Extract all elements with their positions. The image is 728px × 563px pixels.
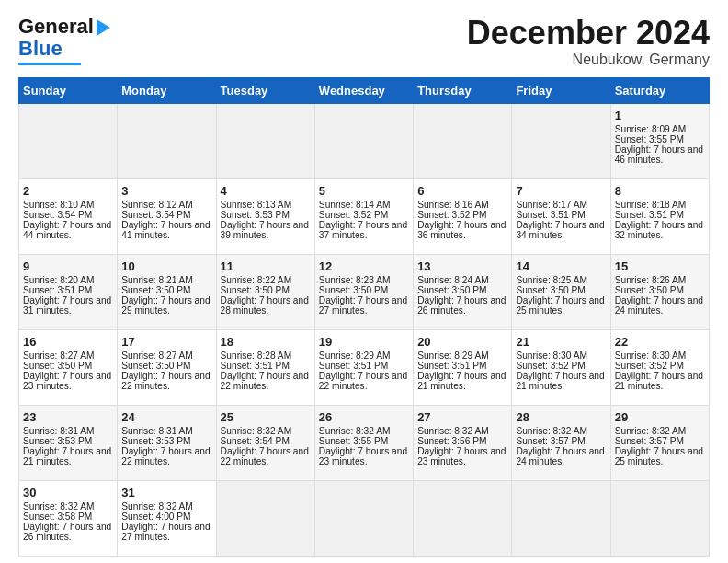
header-friday: Friday	[512, 77, 610, 103]
calendar-cell: 10Sunrise: 8:21 AMSunset: 3:50 PMDayligh…	[118, 254, 216, 329]
day-number: 6	[417, 184, 507, 198]
calendar-cell: 1Sunrise: 8:09 AMSunset: 3:55 PMDaylight…	[610, 103, 709, 178]
calendar-cell: 31Sunrise: 8:32 AMSunset: 4:00 PMDayligh…	[118, 480, 216, 556]
daylight-label: Daylight: 7 hours and 23 minutes.	[23, 371, 111, 391]
sunset-label: Sunset: 3:54 PM	[23, 210, 92, 220]
sunrise-label: Sunrise: 8:29 AM	[319, 350, 391, 361]
daylight-label: Daylight: 7 hours and 21 minutes.	[516, 371, 604, 391]
sunset-label: Sunset: 3:51 PM	[319, 361, 388, 371]
logo-underline	[18, 63, 81, 65]
sunset-label: Sunset: 3:50 PM	[23, 361, 92, 371]
sunrise-label: Sunrise: 8:20 AM	[23, 275, 95, 285]
day-number: 20	[417, 335, 507, 349]
daylight-label: Daylight: 7 hours and 37 minutes.	[319, 220, 407, 240]
daylight-label: Daylight: 7 hours and 26 minutes.	[23, 522, 111, 542]
day-number: 17	[121, 335, 211, 349]
location: Neubukow, Germany	[467, 52, 710, 68]
header-monday: Monday	[118, 77, 216, 103]
calendar-cell: 22Sunrise: 8:30 AMSunset: 3:52 PMDayligh…	[610, 329, 709, 405]
day-number: 4	[221, 184, 311, 198]
calendar-cell: 8Sunrise: 8:18 AMSunset: 3:51 PMDaylight…	[610, 178, 709, 254]
calendar-cell: 7Sunrise: 8:17 AMSunset: 3:51 PMDaylight…	[512, 178, 610, 254]
calendar-week-3: 16Sunrise: 8:27 AMSunset: 3:50 PMDayligh…	[19, 329, 710, 405]
sunrise-label: Sunrise: 8:32 AM	[221, 426, 292, 436]
day-number: 22	[615, 335, 705, 349]
day-number: 2	[23, 184, 113, 198]
sunset-label: Sunset: 3:53 PM	[221, 210, 290, 220]
day-number: 31	[121, 486, 211, 500]
logo-arrow-icon	[97, 19, 110, 36]
day-number: 15	[615, 259, 705, 273]
daylight-label: Daylight: 7 hours and 32 minutes.	[615, 220, 703, 240]
calendar-cell: 26Sunrise: 8:32 AMSunset: 3:55 PMDayligh…	[314, 405, 413, 480]
sunrise-label: Sunrise: 8:32 AM	[121, 501, 193, 511]
day-number: 10	[121, 259, 211, 273]
calendar-week-5: 30Sunrise: 8:32 AMSunset: 3:58 PMDayligh…	[19, 480, 710, 556]
sunset-label: Sunset: 3:58 PM	[23, 511, 92, 522]
sunset-label: Sunset: 3:52 PM	[615, 361, 684, 371]
calendar-cell	[19, 103, 118, 178]
sunset-label: Sunset: 3:50 PM	[417, 285, 486, 295]
sunrise-label: Sunrise: 8:10 AM	[23, 200, 95, 210]
sunrise-label: Sunrise: 8:29 AM	[417, 350, 489, 361]
calendar-cell: 4Sunrise: 8:13 AMSunset: 3:53 PMDaylight…	[216, 178, 314, 254]
logo-general: General	[18, 15, 94, 39]
sunset-label: Sunset: 3:51 PM	[615, 210, 684, 220]
day-number: 1	[615, 109, 705, 122]
daylight-label: Daylight: 7 hours and 22 minutes.	[319, 371, 407, 391]
calendar-cell	[216, 103, 314, 178]
month-title: December 2024	[467, 15, 710, 52]
day-number: 21	[516, 335, 606, 349]
sunset-label: Sunset: 3:51 PM	[221, 361, 290, 371]
sunrise-label: Sunrise: 8:32 AM	[417, 426, 489, 436]
sunrise-label: Sunrise: 8:32 AM	[319, 426, 391, 436]
sunrise-label: Sunrise: 8:16 AM	[417, 200, 489, 210]
day-number: 13	[417, 259, 507, 273]
day-number: 30	[23, 486, 113, 500]
calendar-cell: 14Sunrise: 8:25 AMSunset: 3:50 PMDayligh…	[512, 254, 610, 329]
calendar-cell: 11Sunrise: 8:22 AMSunset: 3:50 PMDayligh…	[216, 254, 314, 329]
daylight-label: Daylight: 7 hours and 34 minutes.	[516, 220, 604, 240]
sunrise-label: Sunrise: 8:27 AM	[121, 350, 193, 361]
daylight-label: Daylight: 7 hours and 25 minutes.	[516, 295, 604, 316]
day-number: 26	[319, 410, 409, 424]
sunrise-label: Sunrise: 8:32 AM	[516, 426, 587, 436]
daylight-label: Daylight: 7 hours and 28 minutes.	[221, 295, 309, 316]
sunrise-label: Sunrise: 8:27 AM	[23, 350, 95, 361]
calendar-cell: 6Sunrise: 8:16 AMSunset: 3:52 PMDaylight…	[414, 178, 512, 254]
sunrise-label: Sunrise: 8:18 AM	[615, 200, 687, 210]
calendar-cell	[414, 480, 512, 556]
sunset-label: Sunset: 3:56 PM	[417, 436, 486, 446]
calendar-cell	[512, 103, 610, 178]
daylight-label: Daylight: 7 hours and 27 minutes.	[121, 522, 210, 542]
header-wednesday: Wednesday	[314, 77, 413, 103]
daylight-label: Daylight: 7 hours and 29 minutes.	[121, 295, 210, 316]
day-number: 9	[23, 259, 113, 273]
header-thursday: Thursday	[414, 77, 512, 103]
calendar-cell	[610, 480, 709, 556]
sunrise-label: Sunrise: 8:28 AM	[221, 350, 292, 361]
calendar-week-4: 23Sunrise: 8:31 AMSunset: 3:53 PMDayligh…	[19, 405, 710, 480]
sunrise-label: Sunrise: 8:25 AM	[516, 275, 587, 285]
sunset-label: Sunset: 3:51 PM	[23, 285, 92, 295]
calendar-cell: 16Sunrise: 8:27 AMSunset: 3:50 PMDayligh…	[19, 329, 118, 405]
calendar-cell: 18Sunrise: 8:28 AMSunset: 3:51 PMDayligh…	[216, 329, 314, 405]
calendar-cell: 23Sunrise: 8:31 AMSunset: 3:53 PMDayligh…	[19, 405, 118, 480]
sunset-label: Sunset: 3:50 PM	[121, 285, 190, 295]
day-number: 12	[319, 259, 409, 273]
day-number: 11	[221, 259, 311, 273]
sunrise-label: Sunrise: 8:32 AM	[23, 501, 95, 511]
sunset-label: Sunset: 3:54 PM	[121, 210, 190, 220]
sunset-label: Sunset: 3:51 PM	[516, 210, 585, 220]
sunset-label: Sunset: 3:52 PM	[319, 210, 388, 220]
sunrise-label: Sunrise: 8:13 AM	[221, 200, 292, 210]
sunset-label: Sunset: 3:51 PM	[417, 361, 486, 371]
day-number: 8	[615, 184, 705, 198]
daylight-label: Daylight: 7 hours and 26 minutes.	[417, 295, 506, 316]
daylight-label: Daylight: 7 hours and 22 minutes.	[221, 371, 309, 391]
daylight-label: Daylight: 7 hours and 27 minutes.	[319, 295, 407, 316]
sunrise-label: Sunrise: 8:22 AM	[221, 275, 292, 285]
page-header: General Blue December 2024 Neubukow, Ger…	[18, 15, 710, 68]
sunset-label: Sunset: 3:53 PM	[23, 436, 92, 446]
sunset-label: Sunset: 3:53 PM	[121, 436, 190, 446]
